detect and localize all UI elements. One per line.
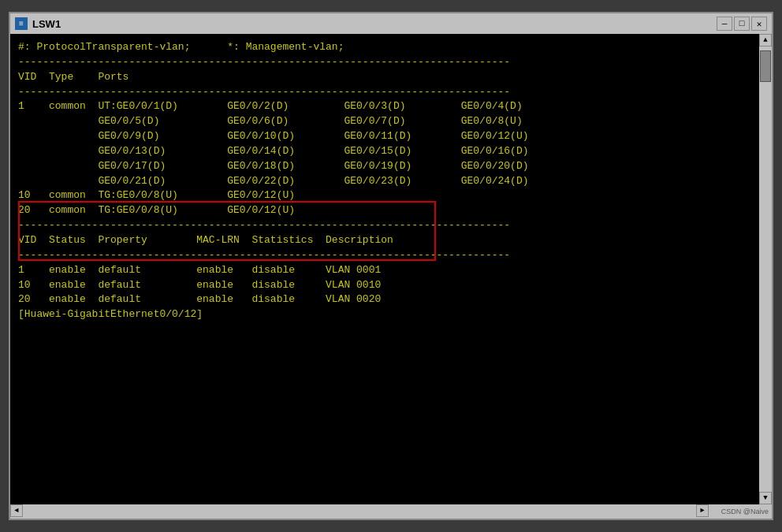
terminal-line: ----------------------------------------…	[18, 85, 751, 100]
window-controls: — □ ✕	[717, 17, 767, 31]
scroll-up-arrow[interactable]: ▲	[759, 34, 772, 47]
scroll-down-arrow[interactable]: ▼	[759, 492, 772, 504]
terminal-line: [Huawei-GigabitEthernet0/0/12]	[18, 307, 751, 322]
terminal-line: GE0/0/17(D) GE0/0/18(D) GE0/0/19(D) GE0/…	[18, 159, 751, 174]
terminal-text: #: ProtocolTransparent-vlan; *: Manageme…	[18, 40, 751, 322]
titlebar-left: ≡ LSW1	[15, 17, 61, 30]
terminal-line: VID Status Property MAC-LRN Statistics D…	[18, 233, 751, 248]
terminal-line: 20 common TG:GE0/0/8(U) GE0/0/12(U)	[18, 203, 751, 218]
terminal-line: 10 common TG:GE0/0/8(U) GE0/0/12(U)	[18, 188, 751, 203]
minimize-button[interactable]: —	[717, 17, 732, 31]
scroll-left-arrow[interactable]: ◄	[10, 504, 23, 517]
terminal-line: 1 common UT:GE0/0/1(D) GE0/0/2(D) GE0/0/…	[18, 99, 751, 114]
terminal-line: 20 enable default enable disable VLAN 00…	[18, 292, 751, 307]
main-window: ≡ LSW1 — □ ✕ #: ProtocolTransparent-vlan…	[9, 12, 773, 520]
close-button[interactable]: ✕	[751, 17, 767, 31]
terminal-line: ----------------------------------------…	[18, 218, 751, 233]
terminal-area: #: ProtocolTransparent-vlan; *: Manageme…	[10, 34, 759, 504]
scroll-track	[759, 47, 772, 492]
horizontal-scrollbar[interactable]: ◄ ►	[10, 504, 709, 517]
terminal-line: GE0/0/13(D) GE0/0/14(D) GE0/0/15(D) GE0/…	[18, 144, 751, 159]
app-icon: ≡	[15, 17, 28, 30]
restore-button[interactable]: □	[734, 17, 750, 31]
terminal-line: ----------------------------------------…	[18, 55, 751, 70]
terminal-line: GE0/0/9(D) GE0/0/10(D) GE0/0/11(D) GE0/0…	[18, 129, 751, 144]
scroll-thumb[interactable]	[760, 50, 771, 82]
watermark: CSDN @Naive	[709, 504, 772, 519]
terminal-line: GE0/0/5(D) GE0/0/6(D) GE0/0/7(D) GE0/0/8…	[18, 114, 751, 129]
terminal-line: GE0/0/21(D) GE0/0/22(D) GE0/0/23(D) GE0/…	[18, 174, 751, 189]
window-title: LSW1	[32, 18, 61, 30]
vertical-scrollbar[interactable]: ▲ ▼	[759, 34, 772, 504]
scroll-right-arrow[interactable]: ►	[696, 504, 709, 517]
terminal-line: ----------------------------------------…	[18, 248, 751, 263]
titlebar: ≡ LSW1 — □ ✕	[10, 13, 772, 34]
terminal-line: #: ProtocolTransparent-vlan; *: Manageme…	[18, 40, 751, 55]
terminal-line: VID Type Ports	[18, 70, 751, 85]
terminal-line: 10 enable default enable disable VLAN 00…	[18, 278, 751, 293]
scroll-h-track	[23, 504, 696, 517]
terminal-content[interactable]: #: ProtocolTransparent-vlan; *: Manageme…	[10, 34, 759, 329]
terminal-line: 1 enable default enable disable VLAN 000…	[18, 263, 751, 278]
